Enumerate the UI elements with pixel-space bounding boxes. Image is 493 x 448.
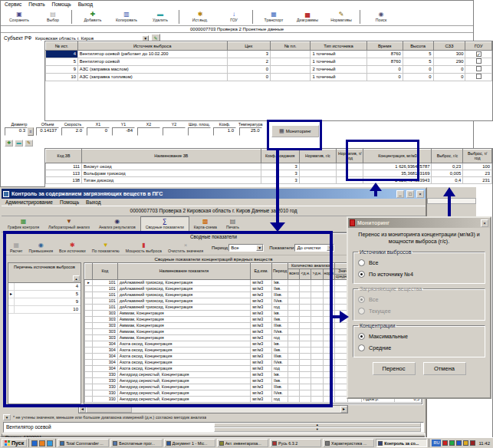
- parameter-input[interactable]: 0.14137: [36, 127, 59, 136]
- toolbar-button[interactable]: ◉ Превышения: [26, 242, 57, 253]
- tray-icon[interactable]: [449, 440, 455, 446]
- toolbar-button[interactable]: ▤ Печать: [222, 216, 244, 232]
- parameter-input[interactable]: [137, 127, 160, 136]
- textbox-scrollbar[interactable]: ▲▼: [214, 423, 422, 432]
- toolbar-button[interactable]: ▦ Транспорт: [257, 8, 291, 25]
- column-header[interactable]: ГОУ: [465, 42, 492, 51]
- radio-icon[interactable]: [358, 344, 365, 351]
- control-window-titlebar[interactable]: Контроль за содержанием загрязняющих вещ…: [2, 189, 426, 199]
- column-header[interactable]: Время: [366, 42, 403, 51]
- horizontal-scrollbar[interactable]: ◄ ►: [78, 405, 348, 413]
- taskbar-task-button[interactable]: Характеристика ...: [323, 439, 374, 447]
- parameter-input[interactable]: 25.0: [239, 127, 262, 136]
- toolbar-button[interactable]: ◉ Анализ результатов: [94, 216, 140, 232]
- gou-checkbox[interactable]: [476, 66, 481, 71]
- menu-item[interactable]: Помощь: [60, 199, 79, 205]
- taskbar-task-button[interactable]: Русь 6.3.2: [270, 439, 321, 447]
- radio-icon[interactable]: [358, 333, 365, 340]
- table-row[interactable]: 5 Вентилятор осевой 2 1 точечный 8760 5 …: [46, 58, 492, 66]
- source-list-item[interactable]: 4: [8, 283, 81, 291]
- toolbar-button[interactable]: ▅ Диаграммы: [291, 8, 324, 25]
- radio-icon[interactable]: [358, 259, 365, 266]
- parameter-input[interactable]: 0.3: [5, 127, 28, 136]
- column-header[interactable]: № ист.: [46, 42, 78, 51]
- maximize-button[interactable]: □: [406, 190, 414, 198]
- column-header[interactable]: Коэф. оседания: [261, 150, 299, 163]
- toolbar-button[interactable]: ✎ Нормативы: [324, 8, 358, 25]
- mini-toolbar-button[interactable]: ▬: [15, 140, 23, 147]
- table-row[interactable]: 10 АЗС (заправка топливом) 0 1 точечный …: [46, 74, 492, 81]
- indicators-combobox[interactable]: До очистки ▼: [294, 244, 334, 252]
- quick-launch-icon[interactable]: [39, 440, 45, 446]
- taskbar-task-button[interactable]: Контроль за со...: [376, 439, 427, 447]
- menu-item[interactable]: Помощь: [52, 2, 71, 7]
- quick-launch-icon[interactable]: [47, 440, 53, 446]
- period-combobox[interactable]: Все ▼: [228, 244, 264, 252]
- radio-option[interactable]: Средние: [358, 342, 480, 354]
- mini-toolbar-button[interactable]: ✎: [25, 140, 33, 147]
- toolbar-button[interactable]: ▼ По показателю: [89, 242, 123, 253]
- toolbar-button[interactable]: ▼ Лабораторный анализ: [44, 216, 94, 232]
- radio-option[interactable]: По источнику №4: [358, 268, 480, 280]
- close-button[interactable]: ×: [416, 190, 424, 198]
- toolbar-button[interactable]: ✚ Добавить: [76, 8, 110, 25]
- column-header[interactable]: Норматив, т/год: [336, 150, 363, 163]
- taskbar-task-button[interactable]: Бесплатные прог...: [110, 439, 162, 447]
- toolbar-button[interactable]: × Очистить значения: [165, 242, 206, 253]
- toolbar-button[interactable]: ↓ ГОУ: [217, 8, 251, 25]
- column-header-below[interactable]: <д.н.: [300, 268, 311, 279]
- column-header[interactable]: Наименование ЗВ: [82, 150, 261, 163]
- column-header[interactable]: № пл.: [271, 42, 311, 51]
- toolbar-button[interactable]: [71, 10, 74, 24]
- chevron-down-icon[interactable]: ▼: [256, 245, 263, 251]
- toolbar-button[interactable]: ✱ Все источники: [56, 242, 89, 253]
- parameter-input[interactable]: [188, 127, 211, 136]
- start-button[interactable]: Пуск: [2, 439, 27, 447]
- scrollbar-thumb[interactable]: [86, 406, 132, 413]
- menu-item[interactable]: Администрирование: [5, 199, 53, 205]
- tray-icon[interactable]: [442, 440, 448, 446]
- taskbar-task-button[interactable]: Total Commander ...: [58, 439, 109, 447]
- table-row[interactable]: 138 Титан диоксид 3 2 829,494683943 0,4 …: [46, 177, 492, 184]
- source-list-item[interactable]: 10: [8, 306, 81, 314]
- column-header[interactable]: Концентрация, мг/м3: [363, 150, 432, 163]
- source-name-textbox[interactable]: Вентилятор осевой ▲▼: [3, 422, 424, 433]
- toolbar-button[interactable]: ▮ Мощность выброса: [123, 242, 165, 253]
- chevron-down-icon[interactable]: ▼: [3, 414, 11, 420]
- menu-item[interactable]: Выход: [86, 199, 100, 205]
- scroll-right-icon[interactable]: ►: [340, 406, 347, 413]
- minimize-button[interactable]: _: [396, 190, 404, 198]
- radio-option[interactable]: Максимальные: [358, 331, 480, 342]
- source-list-item[interactable]: 9: [8, 298, 81, 306]
- toolbar-button[interactable]: ▩ Карта-схема: [189, 216, 222, 232]
- parameter-input[interactable]: 1.0: [213, 127, 236, 136]
- mini-toolbar-button[interactable]: ✚: [5, 140, 13, 147]
- table-row[interactable]: 4 Вентилятор осевой (работает до 10.02.2…: [46, 51, 492, 58]
- table-row[interactable]: 111 Висмут оксид 3 1 626,936425787 0,23 …: [46, 163, 492, 170]
- monitoring-button[interactable]: ▦ Мониторинг: [271, 125, 319, 137]
- column-header[interactable]: Высота: [403, 42, 433, 51]
- column-header[interactable]: СЗЗ: [433, 42, 465, 51]
- sort-ascending-icon[interactable]: ▲: [73, 275, 80, 282]
- column-header-period[interactable]: Период: [271, 264, 288, 280]
- toolbar-button[interactable]: ▬ Удалить: [143, 8, 177, 25]
- taskbar-task-button[interactable]: Акт. инвентариза...: [217, 439, 268, 447]
- transfer-button[interactable]: Перенос: [373, 362, 416, 375]
- column-header-total[interactable]: всего: [288, 268, 300, 279]
- column-header[interactable]: Цех: [227, 42, 271, 51]
- parameter-input[interactable]: -84: [112, 127, 135, 136]
- gou-checkbox[interactable]: [476, 58, 481, 64]
- table-row[interactable]: 113 Вольфрам триоксид 3 35,368183169 0,0…: [46, 170, 492, 177]
- column-header[interactable]: Выброс, г/с: [432, 150, 463, 163]
- column-header-code[interactable]: Код: [93, 264, 118, 280]
- column-header-above[interactable]: >д.н.: [311, 268, 323, 279]
- toolbar-button[interactable]: ▦ График контроля: [3, 216, 44, 232]
- taskbar-task-button[interactable]: Документ 1 - Mic...: [164, 439, 215, 447]
- column-header-unit[interactable]: Ед.изм.: [251, 264, 272, 280]
- column-header[interactable]: Выброс, т/год: [463, 150, 492, 163]
- column-header[interactable]: Норматив, г/с: [299, 150, 336, 163]
- menu-item[interactable]: Печать: [28, 2, 44, 7]
- parameter-input[interactable]: 0: [87, 127, 110, 136]
- parameter-input[interactable]: [163, 127, 186, 136]
- toolbar-button[interactable]: ◉ Поиск: [364, 8, 398, 25]
